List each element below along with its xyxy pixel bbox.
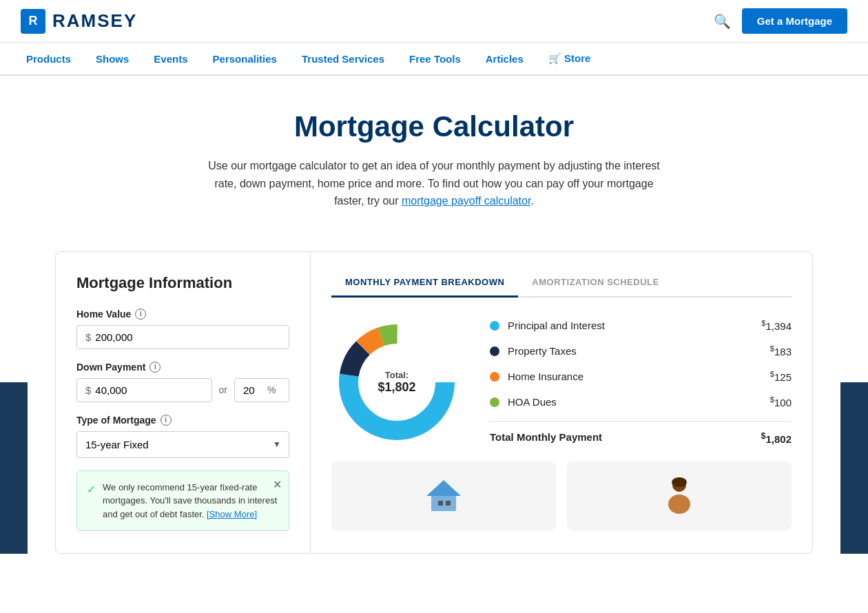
mortgage-type-info-icon[interactable]: i	[161, 415, 172, 426]
logo-text: RAMSEY	[52, 10, 137, 32]
tabs: MONTHLY PAYMENT BREAKDOWN AMORTIZATION S…	[331, 269, 792, 298]
nav-item-store[interactable]: 🛒 Store	[536, 43, 603, 74]
nav-item-events[interactable]: Events	[141, 43, 200, 74]
check-icon: ✓	[87, 481, 96, 498]
down-payment-prefix: $	[85, 384, 91, 396]
show-more-link[interactable]: [Show More]	[207, 509, 257, 519]
svg-marker-4	[426, 480, 461, 496]
legend-dot-hoa-dues	[490, 397, 499, 407]
mortgage-info-panel: Mortgage Information Home Value i $ Down…	[56, 252, 311, 554]
total-monthly-value: $1,802	[761, 431, 792, 445]
svg-rect-6	[438, 501, 443, 506]
svg-rect-7	[446, 501, 451, 506]
search-button[interactable]: 🔍	[714, 13, 731, 30]
down-payment-info-icon[interactable]: i	[149, 362, 161, 373]
rec-text-content: We only recommend 15-year fixed-rate mor…	[103, 481, 279, 521]
main-nav: Products Shows Events Personalities Trus…	[0, 43, 868, 76]
logo: R RAMSEY	[21, 9, 137, 34]
page-title: Mortgage Calculator	[14, 110, 854, 143]
legend-dot-principal	[490, 321, 499, 331]
donut-total-amount: $1,802	[378, 380, 415, 395]
legend-item-hoa-dues: HOA Dues $100	[490, 395, 792, 408]
donut-label: Total: $1,802	[378, 370, 415, 395]
rec-close-button[interactable]: ✕	[273, 478, 282, 491]
nav-item-products[interactable]: Products	[14, 43, 83, 74]
down-payment-row: $ or %	[76, 378, 289, 402]
tab-monthly-payment[interactable]: MONTHLY PAYMENT BREAKDOWN	[331, 269, 518, 298]
right-dark-block	[840, 382, 868, 554]
nav-item-articles[interactable]: Articles	[473, 43, 536, 74]
svg-point-11	[672, 477, 687, 487]
total-monthly-label: Total Monthly Payment	[490, 431, 602, 445]
down-payment-percent-wrapper: %	[234, 378, 289, 402]
donut-chart: Total: $1,802	[331, 317, 462, 448]
calculator-section: Mortgage Information Home Value i $ Down…	[55, 251, 813, 554]
search-icon: 🔍	[714, 14, 731, 29]
home-value-info-icon[interactable]: i	[135, 309, 146, 320]
bottom-cards	[331, 461, 792, 530]
nav-item-personalities[interactable]: Personalities	[200, 43, 289, 74]
recommendation-box: ✓ We only recommend 15-year fixed-rate m…	[76, 470, 289, 532]
person-icon	[661, 475, 699, 517]
home-value-label: Home Value i	[76, 309, 289, 320]
percent-suffix: %	[267, 384, 276, 395]
legend-divider	[490, 421, 792, 422]
legend-value-home-insurance: $125	[770, 370, 792, 383]
get-mortgage-button[interactable]: Get a Mortgage	[742, 8, 847, 34]
left-dark-block	[0, 382, 28, 554]
down-payment-input[interactable]	[95, 384, 203, 396]
down-payment-input-wrapper: $	[76, 378, 212, 402]
legend-item-home-insurance: Home Insurance $125	[490, 370, 792, 383]
legend-name-hoa-dues: HOA Dues	[508, 396, 770, 408]
down-payment-percent-input[interactable]	[243, 384, 267, 396]
home-value-prefix: $	[85, 331, 91, 343]
bottom-card-person	[567, 461, 792, 530]
hero-description: Use our mortgage calculator to get an id…	[200, 157, 668, 210]
legend-item-property-taxes: Property Taxes $183	[490, 344, 792, 357]
legend-value-principal: $1,394	[761, 319, 792, 332]
legend-name-principal: Principal and Interest	[508, 320, 761, 331]
svg-rect-5	[431, 496, 456, 511]
legend-dot-home-insurance	[490, 372, 499, 382]
mortgage-type-select-wrapper: 15-year Fixed 30-year Fixed 5/1 ARM ▼	[76, 431, 289, 458]
legend-name-home-insurance: Home Insurance	[508, 371, 770, 382]
legend: Principal and Interest $1,394 Property T…	[490, 319, 792, 445]
bottom-card-house	[331, 461, 556, 530]
tab-amortization[interactable]: AMORTIZATION SCHEDULE	[518, 269, 672, 298]
header-right: 🔍 Get a Mortgage	[714, 8, 847, 34]
mortgage-info-title: Mortgage Information	[76, 274, 289, 292]
or-text: or	[219, 384, 227, 395]
down-payment-label: Down Payment i	[76, 362, 289, 373]
mortgage-type-label: Type of Mortgage i	[76, 415, 289, 426]
chart-area: Total: $1,802 Principal and Interest $1,…	[331, 317, 792, 448]
nav-item-shows[interactable]: Shows	[83, 43, 141, 74]
logo-icon: R	[21, 9, 45, 34]
mortgage-type-select[interactable]: 15-year Fixed 30-year Fixed 5/1 ARM	[76, 431, 289, 458]
total-monthly-row: Total Monthly Payment $1,802	[490, 431, 792, 445]
header: R RAMSEY 🔍 Get a Mortgage	[0, 0, 868, 43]
home-value-input-wrapper: $	[76, 325, 289, 349]
payoff-calculator-link[interactable]: mortgage payoff calculator	[402, 195, 530, 207]
legend-dot-property-taxes	[490, 346, 499, 356]
legend-item-principal: Principal and Interest $1,394	[490, 319, 792, 332]
hero-section: Mortgage Calculator Use our mortgage cal…	[0, 76, 868, 231]
breakdown-panel: MONTHLY PAYMENT BREAKDOWN AMORTIZATION S…	[311, 252, 812, 554]
legend-value-hoa-dues: $100	[770, 395, 792, 408]
svg-point-9	[668, 495, 690, 514]
home-value-input[interactable]	[95, 331, 280, 343]
nav-item-free-tools[interactable]: Free Tools	[397, 43, 473, 74]
legend-name-property-taxes: Property Taxes	[508, 345, 770, 357]
donut-total-text: Total:	[378, 370, 415, 380]
legend-value-property-taxes: $183	[770, 344, 792, 357]
nav-item-trusted-services[interactable]: Trusted Services	[289, 43, 397, 74]
house-icon	[423, 477, 464, 515]
